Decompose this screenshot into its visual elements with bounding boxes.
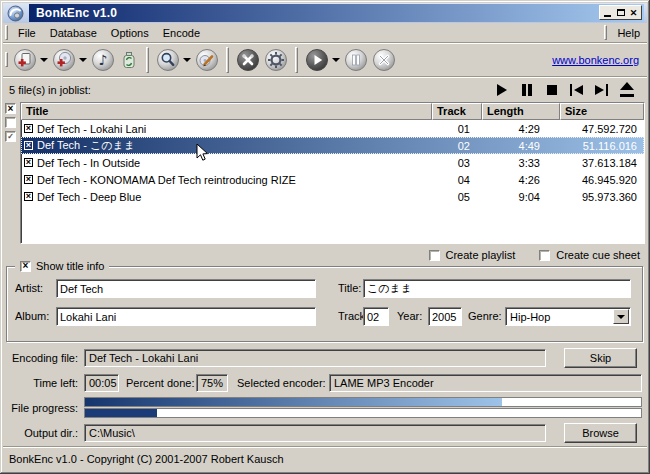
title-input[interactable] [363,279,631,298]
joblist-row[interactable]: ×Def Tech - KONOMAMA Def Tech reintroduc… [21,171,644,188]
select-none-checkbox[interactable] [5,117,16,128]
year-input[interactable] [428,307,462,326]
add-cd-contents-icon [52,48,76,72]
joblist-row[interactable]: ×Def Tech - Deep Blue059:0495.973.360 [21,188,644,205]
menu-help[interactable]: Help [610,25,647,41]
genre-dropdown-button[interactable] [613,309,629,324]
genre-combobox[interactable]: Hip-Hop [505,307,631,326]
window-title: BonkEnc v1.0 [29,6,117,20]
bonkenc-window: BonkEnc v1.0 ✕ File Database Options Enc… [0,0,650,474]
total-progress-fill [85,409,157,417]
eject-button[interactable] [618,82,635,98]
album-input[interactable] [56,307,316,326]
create-playlist-checkbox[interactable] [429,250,440,261]
artist-input[interactable] [56,279,316,298]
joblist-row[interactable]: ×Def Tech - In Outside033:3337.613.184 [21,154,644,171]
add-cd-button[interactable] [51,47,88,73]
select-all-checkbox[interactable]: × [5,103,16,114]
close-button[interactable]: ✕ [627,6,640,19]
play-icon [497,84,507,96]
menu-database[interactable]: Database [43,25,104,41]
menu-file[interactable]: File [11,25,43,41]
add-files-button[interactable] [12,47,49,73]
pause-encoding-icon [344,48,368,72]
start-encoding-dropdown-icon[interactable] [332,58,340,62]
row-track: 02 [432,140,482,152]
app-icon[interactable] [7,5,24,22]
toolbar-grip[interactable] [5,52,8,67]
encoding-file-label: Encoding file: [0,352,78,364]
time-left-field: 00:05 [84,374,119,392]
status-bar-text: BonkEnc v1.0 - Copyright (C) 2001-2007 R… [3,453,284,465]
cddb-submit-button[interactable] [194,47,220,73]
general-settings-button[interactable] [263,47,289,73]
create-cue-sheet-checkbox[interactable] [539,250,550,261]
title-bar: BonkEnc v1.0 ✕ [3,3,647,23]
maximize-button[interactable] [614,6,627,19]
column-header-track[interactable]: Track [432,103,482,120]
track-progress-fill [85,398,502,406]
add-cd-dropdown-icon[interactable] [79,58,87,62]
configure-encoders-button[interactable] [235,47,261,73]
artist-label: Artist: [15,282,43,294]
cddb-query-dropdown-icon[interactable] [183,58,191,62]
minimize-icon [604,15,611,17]
start-encoding-button[interactable] [304,47,341,73]
next-button[interactable] [593,82,610,98]
track-input[interactable] [363,307,389,326]
cddb-query-button[interactable] [155,47,192,73]
column-header-length[interactable]: Length [482,103,560,120]
window-controls: ✕ [599,5,642,20]
row-title: Def Tech - このまま [37,138,135,153]
skip-button[interactable]: Skip [564,348,637,368]
row-size: 47.592.720 [560,123,644,135]
title-info-legend: × Show title info [15,260,109,272]
minimize-button[interactable] [601,6,614,19]
album-label: Album: [15,310,49,322]
checked-icon: × [8,104,14,113]
row-size: 46.945.920 [560,174,644,186]
transport-controls [493,82,635,98]
row-title: Def Tech - Deep Blue [37,191,141,203]
title-label: Title: [338,282,361,294]
row-track: 01 [432,123,482,135]
entry-checkbox-icon: × [24,141,33,150]
row-size: 95.973.360 [560,191,644,203]
menu-options[interactable]: Options [104,25,156,41]
svg-text:♪: ♪ [99,52,108,68]
year-label: Year: [397,310,422,322]
joblist-row[interactable]: ×Def Tech - このまま024:4951.116.016 [21,137,644,154]
remove-file-button[interactable]: ♪ [90,47,116,73]
row-size: 51.116.016 [560,140,644,152]
joblist-header: Title Track Length Size [21,103,644,120]
previous-button[interactable] [568,82,585,98]
maximize-icon [617,9,625,16]
stop-button[interactable] [543,82,560,98]
toolbar: ♪ [3,42,647,76]
row-title: Def Tech - KONOMAMA Def Tech reintroduci… [37,174,296,186]
browse-button[interactable]: Browse [564,423,637,443]
clear-joblist-button[interactable] [118,47,140,73]
pause-button[interactable] [518,82,535,98]
stop-icon [547,85,557,95]
pause-encoding-button[interactable] [343,47,369,73]
start-encoding-icon [305,48,329,72]
chevron-down-icon [617,315,625,319]
show-title-info-checkbox[interactable]: × [20,261,31,272]
joblist-status-label: 5 file(s) in joblist: [3,84,91,96]
column-header-size[interactable]: Size [560,103,644,120]
toolbar-separator [295,47,298,73]
menu-encode[interactable]: Encode [156,25,207,41]
play-button[interactable] [493,82,510,98]
website-link[interactable]: www.bonkenc.org [552,54,639,66]
column-header-title[interactable]: Title [21,103,432,120]
add-files-dropdown-icon[interactable] [40,58,48,62]
stop-encoding-button[interactable] [371,47,397,73]
toggle-selection-checkbox[interactable]: ✓ [5,131,16,142]
status-bar: BonkEnc v1.0 - Copyright (C) 2001-2007 R… [3,446,647,471]
menu-grip[interactable] [5,25,8,40]
output-dir-label: Output dir.: [0,427,78,439]
joblist-row[interactable]: ×Def Tech - Lokahi Lani014:2947.592.720 [21,120,644,137]
help-grip[interactable] [604,25,607,40]
joblist-status-row: 5 file(s) in joblist: [3,76,647,102]
